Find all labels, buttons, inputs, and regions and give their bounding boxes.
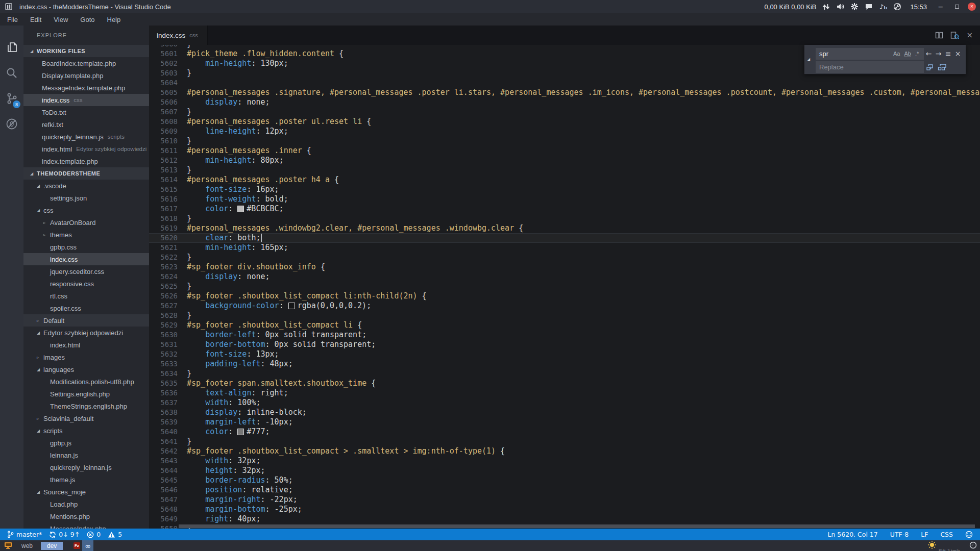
weather-sun-icon[interactable]: PW: 3 km/h (927, 540, 937, 551)
replace-all-button[interactable] (936, 63, 948, 71)
restore-button[interactable] (951, 2, 963, 11)
workspace-web[interactable]: web (15, 542, 39, 550)
system-monitor-pie-icon[interactable] (969, 541, 977, 550)
steam-icon[interactable] (893, 2, 902, 11)
regex-icon[interactable]: .* (915, 51, 919, 57)
code-line[interactable]: 5618} (149, 214, 980, 223)
menu-file[interactable]: File (1, 13, 24, 26)
code-line[interactable]: 5633 padding-left: 48px; (149, 359, 980, 369)
tree-item[interactable]: ◢Sources_moje (23, 486, 149, 498)
tree-item[interactable]: ◢Edytor szybkiej odpowiedzi (23, 327, 149, 339)
tree-item[interactable]: index.html (23, 339, 149, 351)
replace-input[interactable] (816, 61, 924, 73)
menu-goto[interactable]: Goto (74, 13, 101, 26)
code-line[interactable]: 5649 right: 40px; (149, 514, 980, 524)
working-file-item[interactable]: MessageIndex.template.php (23, 82, 149, 94)
code-line[interactable]: 5609 line-height: 12px; (149, 127, 980, 136)
git-activity-button[interactable]: 8 (0, 86, 23, 111)
code-line[interactable]: 5634} (149, 369, 980, 379)
tree-item[interactable]: ▹images (23, 351, 149, 363)
code-line[interactable]: 5635#sp_footer span.smalltext.shoutbox_t… (149, 379, 980, 388)
warning-indicator[interactable]: 5 (108, 531, 122, 538)
find-in-selection-button[interactable]: ≡ (943, 49, 953, 58)
workspace-dev[interactable]: dev (41, 542, 63, 550)
code-line[interactable]: 5637 width: 100%; (149, 398, 980, 408)
code-line[interactable]: 5638 display: inline-block; (149, 408, 980, 417)
tree-item[interactable]: ◢scripts (23, 424, 149, 437)
code-line[interactable]: 5620 clear: both; (149, 233, 980, 243)
code-line[interactable]: 5643 width: 32px; (149, 456, 980, 466)
close-editor-icon[interactable]: × (966, 31, 973, 40)
code-line[interactable]: 5630 border-left: 0px solid transparent; (149, 330, 980, 340)
tree-item[interactable]: ◢languages (23, 363, 149, 375)
git-sync-indicator[interactable]: 0↓ 9↑ (49, 531, 80, 538)
tree-item[interactable]: ▹AvatarOnBoard (23, 216, 149, 229)
working-file-item[interactable]: ToDo.txt (23, 106, 149, 118)
tab-index-css[interactable]: index.css css (149, 26, 208, 45)
working-file-item[interactable]: BoardIndex.template.php (23, 57, 149, 69)
code-line[interactable]: 5605#personal_messages .signature, #pers… (149, 88, 980, 97)
code-line[interactable]: 5647 margin-right: -22px; (149, 495, 980, 505)
color-swatch[interactable] (237, 429, 244, 435)
tree-item[interactable]: ▹Default (23, 314, 149, 327)
tree-item[interactable]: Modifications.polish-utf8.php (23, 375, 149, 388)
close-button[interactable]: × (968, 3, 976, 11)
vscode-task[interactable]: ∞ (82, 540, 93, 551)
menu-view[interactable]: View (47, 13, 74, 26)
tree-item[interactable]: ThemeStrings.english.php (23, 400, 149, 412)
tree-item[interactable]: Load.php (23, 498, 149, 510)
tree-item[interactable]: ▹themes (23, 229, 149, 241)
project-folder-header[interactable]: ◢ THEMODDERSTHEME (23, 167, 149, 180)
working-file-item[interactable]: index.template.php (23, 155, 149, 167)
code-line[interactable]: 5632 font-size: 13px; (149, 349, 980, 359)
music-player-icon[interactable]: ♪ (878, 2, 888, 11)
debug-activity-button[interactable] (0, 111, 23, 137)
code-line[interactable]: 5644 height: 32px; (149, 466, 980, 475)
code-line[interactable]: 5610} (149, 136, 980, 146)
toggle-replace-chevron[interactable]: ◢ (807, 57, 810, 62)
error-indicator[interactable]: 0 (87, 531, 101, 538)
eol-indicator[interactable]: LF (921, 531, 928, 538)
code-line[interactable]: 5645 border-radius: 50%; (149, 475, 980, 485)
tree-item[interactable]: theme.js (23, 473, 149, 486)
chat-bubble-icon[interactable] (864, 2, 873, 11)
code-line[interactable]: 5617 color: #BCBCBC; (149, 204, 980, 214)
menu-edit[interactable]: Edit (24, 13, 47, 26)
settings-star-icon[interactable] (850, 2, 859, 11)
code-line[interactable]: 5625} (149, 282, 980, 291)
git-branch-indicator[interactable]: master* (7, 531, 42, 538)
code-line[interactable]: 5648 margin-bottom: -25px; (149, 505, 980, 514)
code-line[interactable]: 5611#personal_messages .inner { (149, 146, 980, 156)
whole-word-icon[interactable]: Ab (904, 51, 911, 57)
working-file-item[interactable]: refki.txt (23, 118, 149, 131)
code-area[interactable]: 5600}5601#pick_theme .flow_hidden.conten… (149, 45, 980, 529)
code-line[interactable]: 5622} (149, 253, 980, 262)
code-line[interactable]: 5642#sp_footer .shoutbox_list_compact > … (149, 446, 980, 456)
tree-item[interactable]: responsive.css (23, 278, 149, 290)
tree-item[interactable]: gpbp.js (23, 437, 149, 449)
launcher-app-icon[interactable] (4, 542, 12, 549)
code-line[interactable]: 5646 position: relative; (149, 485, 980, 495)
code-line[interactable]: 5639 margin-left: -10px; (149, 417, 980, 427)
replace-button[interactable] (924, 63, 936, 71)
filezilla-task[interactable]: Fz (71, 540, 82, 551)
cursor-position[interactable]: Ln 5620, Col 17 (827, 531, 877, 538)
tree-item[interactable]: Settings.english.php (23, 388, 149, 400)
find-next-button[interactable]: → (934, 49, 943, 58)
search-activity-button[interactable] (0, 60, 23, 86)
code-line[interactable]: 5606 display: none; (149, 97, 980, 107)
minimize-button[interactable]: − (935, 2, 946, 11)
code-line[interactable]: 5629#sp_footer .shoutbox_list_compact li… (149, 320, 980, 330)
code-line[interactable]: 5624 display: none; (149, 272, 980, 282)
encoding-indicator[interactable]: UTF-8 (890, 531, 909, 538)
code-line[interactable]: 5640 color: #777; (149, 427, 980, 437)
code-line[interactable]: 5627 background-color: rgba(0,0,0,0.2); (149, 301, 980, 311)
network-arrows-icon[interactable] (821, 2, 830, 11)
horizontal-scrollbar[interactable] (179, 524, 975, 528)
code-line[interactable]: 5621 min-height: 165px; (149, 243, 980, 253)
code-line[interactable]: 5623#sp_footer div.shoutbox_info { (149, 262, 980, 272)
tree-item[interactable]: spoiler.css (23, 302, 149, 314)
code-line[interactable]: 5628} (149, 311, 980, 320)
color-swatch[interactable] (288, 303, 295, 309)
code-line[interactable]: 5626#sp_footer .shoutbox_list_compact li… (149, 291, 980, 301)
